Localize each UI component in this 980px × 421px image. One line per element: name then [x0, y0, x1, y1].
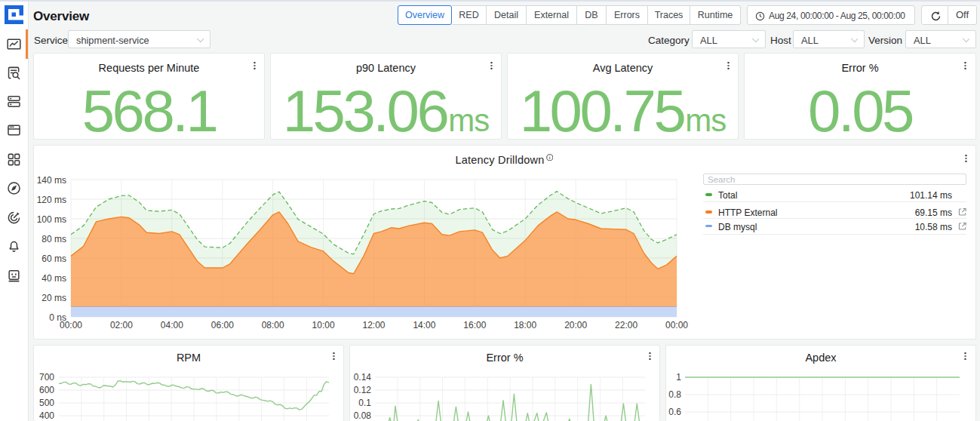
svg-text:0.8: 0.8	[668, 389, 681, 400]
svg-text:0.6: 0.6	[668, 407, 681, 417]
svg-text:1: 1	[676, 372, 681, 383]
